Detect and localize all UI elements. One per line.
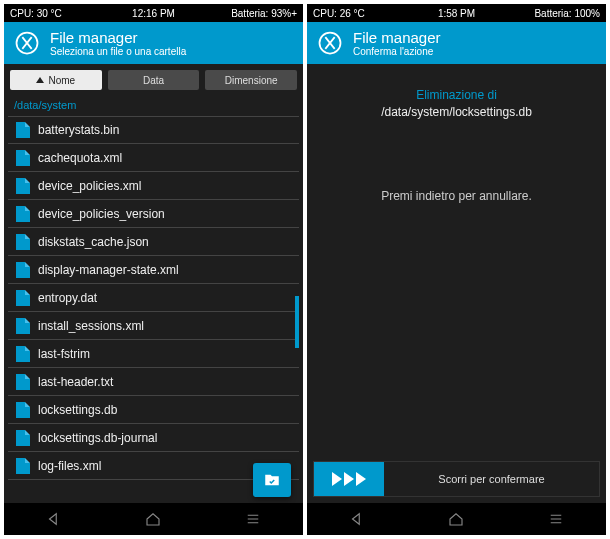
file-name: batterystats.bin [38,123,119,137]
confirm-heading: Eliminazione di [416,88,497,102]
app-header: File manager Conferma l'azione [307,22,606,64]
status-bar: CPU: 30 °C 12:16 PM Batteria: 93%+ [4,4,303,22]
sort-by-size-button[interactable]: Dimensione [205,70,297,90]
file-list[interactable]: batterystats.bincachequota.xmldevice_pol… [8,116,299,503]
file-name: locksettings.db [38,403,117,417]
file-icon [16,402,30,418]
file-row[interactable]: last-fstrim [8,340,299,368]
file-row[interactable]: diskstats_cache.json [8,228,299,256]
file-row[interactable]: install_sessions.xml [8,312,299,340]
twrp-logo-icon [12,28,42,58]
phone-left: CPU: 30 °C 12:16 PM Batteria: 93%+ File … [4,4,303,535]
chevron-right-icon [344,472,354,486]
page-title: File manager [353,29,441,46]
file-icon [16,290,30,306]
sort-by-name-button[interactable]: Nome [10,70,102,90]
file-row[interactable]: display-manager-state.xml [8,256,299,284]
swipe-handle[interactable] [314,462,384,496]
file-name: device_policies_version [38,207,165,221]
confirm-target-path: /data/system/locksettings.db [381,105,532,119]
file-name: log-files.xml [38,459,101,473]
file-icon [16,122,30,138]
page-title: File manager [50,29,186,46]
file-name: cachequota.xml [38,151,122,165]
file-icon [16,430,30,446]
file-name: last-header.txt [38,375,113,389]
file-name: diskstats_cache.json [38,235,149,249]
file-name: display-manager-state.xml [38,263,179,277]
page-subtitle: Conferma l'azione [353,46,441,57]
file-name: device_policies.xml [38,179,141,193]
file-icon [16,318,30,334]
nav-home-button[interactable] [144,510,162,528]
file-icon [16,150,30,166]
file-row[interactable]: device_policies.xml [8,172,299,200]
file-row[interactable]: locksettings.db [8,396,299,424]
file-icon [16,458,30,474]
swipe-to-confirm[interactable]: Scorri per confermare [313,461,600,497]
app-header: File manager Seleziona un file o una car… [4,22,303,64]
android-navbar [307,503,606,535]
chevron-right-icon [356,472,366,486]
battery-status: Batteria: 100% [504,8,600,19]
nav-back-button[interactable] [348,510,366,528]
current-path[interactable]: /data/system [4,96,303,116]
sort-by-date-button[interactable]: Data [108,70,200,90]
file-icon [16,262,30,278]
nav-recent-button[interactable] [547,510,565,528]
file-row[interactable]: batterystats.bin [8,116,299,144]
confirm-cancel-hint: Premi indietro per annullare. [381,189,532,203]
sort-row: Nome Data Dimensione [4,64,303,96]
scrollbar-thumb[interactable] [295,296,299,348]
file-name: install_sessions.xml [38,319,144,333]
swipe-label: Scorri per confermare [384,462,599,496]
clock: 1:58 PM [409,8,505,19]
file-name: entropy.dat [38,291,97,305]
twrp-logo-icon [315,28,345,58]
file-row[interactable]: locksettings.db-journal [8,424,299,452]
file-name: locksettings.db-journal [38,431,157,445]
android-navbar [4,503,303,535]
file-icon [16,206,30,222]
chevron-right-icon [332,472,342,486]
select-folder-button[interactable] [253,463,291,497]
cpu-temp: CPU: 30 °C [10,8,106,19]
nav-home-button[interactable] [447,510,465,528]
file-icon [16,234,30,250]
nav-back-button[interactable] [45,510,63,528]
file-icon [16,374,30,390]
sort-name-label: Nome [48,75,75,86]
file-row[interactable]: cachequota.xml [8,144,299,172]
cpu-temp: CPU: 26 °C [313,8,409,19]
file-row[interactable]: last-header.txt [8,368,299,396]
status-bar: CPU: 26 °C 1:58 PM Batteria: 100% [307,4,606,22]
file-row[interactable]: device_policies_version [8,200,299,228]
clock: 12:16 PM [106,8,202,19]
file-name: last-fstrim [38,347,90,361]
confirm-body: Eliminazione di /data/system/locksetting… [307,64,606,503]
battery-status: Batteria: 93%+ [201,8,297,19]
nav-recent-button[interactable] [244,510,262,528]
page-subtitle: Seleziona un file o una cartella [50,46,186,57]
sort-asc-icon [36,77,44,83]
file-manager-body: Nome Data Dimensione /data/system batter… [4,64,303,503]
phone-right: CPU: 26 °C 1:58 PM Batteria: 100% File m… [307,4,606,535]
file-icon [16,346,30,362]
file-icon [16,178,30,194]
file-row[interactable]: entropy.dat [8,284,299,312]
